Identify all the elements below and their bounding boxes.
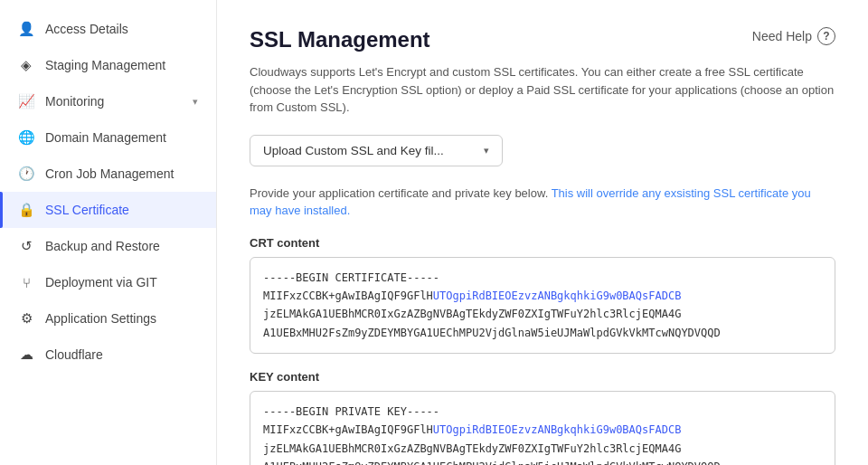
sidebar-item-monitoring[interactable]: 📈Monitoring▾ <box>0 83 216 119</box>
sidebar-item-staging-management[interactable]: ◈Staging Management <box>0 47 216 83</box>
main-content: SSL Management Need Help ? Cloudways sup… <box>217 0 868 465</box>
crt-line2-blue: UTOgpiRdBIEOEzvzANBgkqhkiG9w0BAQsFADCB <box>433 289 682 302</box>
ssl-type-dropdown[interactable]: Upload Custom SSL and Key fil... ▾ <box>250 135 503 166</box>
crt-line-2: MIIFxzCCBK+gAwIBAgIQF9GFlHUTOgpiRdBIEOEz… <box>263 287 822 305</box>
sidebar-item-cloudflare[interactable]: ☁Cloudflare <box>0 337 216 373</box>
sidebar-item-access-details[interactable]: 👤Access Details <box>0 11 216 47</box>
backup-and-restore-icon: ↺ <box>18 238 34 254</box>
application-settings-icon: ⚙ <box>18 310 34 327</box>
key-line-4: A1UEBxMHU2FsZm9yZDEYMBYGA1UEChMPU2VjdGln… <box>263 458 822 465</box>
page-title: SSL Management <box>250 27 430 52</box>
key-line-2: MIIFxzCCBK+gAwIBAgIQF9GFlHUTOgpiRdBIEOEz… <box>263 421 822 439</box>
sidebar-label-cloudflare: Cloudflare <box>45 347 198 362</box>
crt-line-3: jzELMAkGA1UEBhMCR0IxGzAZBgNVBAgTEkdyZWF0… <box>263 305 822 323</box>
key-content-box[interactable]: -----BEGIN PRIVATE KEY----- MIIFxzCCBK+g… <box>250 391 835 465</box>
crt-line2-normal: MIIFxzCCBK+gAwIBAgIQF9GFlH <box>263 289 433 302</box>
instruction-prefix: Provide your application certificate and… <box>250 186 548 200</box>
staging-management-icon: ◈ <box>18 57 34 73</box>
sidebar-item-application-settings[interactable]: ⚙Application Settings <box>0 300 216 337</box>
sidebar-item-ssl-certificate[interactable]: 🔒SSL Certificate <box>0 192 216 228</box>
page-header: SSL Management Need Help ? <box>250 27 835 52</box>
help-icon: ? <box>817 27 835 45</box>
sidebar-label-backup-and-restore: Backup and Restore <box>45 239 198 253</box>
crt-line-4: A1UEBxMHU2FsZm9yZDEYMBYGA1UEChMPU2VjdGln… <box>263 324 822 342</box>
need-help-label: Need Help <box>752 29 812 43</box>
crt-content-box[interactable]: -----BEGIN CERTIFICATE----- MIIFxzCCBK+g… <box>250 257 835 355</box>
key-line2-blue: UTOgpiRdBIEOEzvzANBgkqhkiG9w0BAQsFADCB <box>433 423 682 436</box>
key-section: KEY content -----BEGIN PRIVATE KEY----- … <box>250 370 835 465</box>
crt-line-1: -----BEGIN CERTIFICATE----- <box>263 269 822 287</box>
sidebar: 👤Access Details◈Staging Management📈Monit… <box>0 0 217 465</box>
dropdown-value: Upload Custom SSL and Key fil... <box>263 144 444 157</box>
crt-section: CRT content -----BEGIN CERTIFICATE----- … <box>250 236 835 355</box>
key-label: KEY content <box>250 370 835 384</box>
access-details-icon: 👤 <box>18 21 34 37</box>
sidebar-label-cron-job-management: Cron Job Management <box>45 166 198 181</box>
deployment-via-git-icon: ⑂ <box>18 274 34 290</box>
sidebar-label-staging-management: Staging Management <box>45 58 198 72</box>
sidebar-label-access-details: Access Details <box>45 22 198 36</box>
ssl-type-dropdown-wrapper: Upload Custom SSL and Key fil... ▾ <box>250 135 835 166</box>
key-line2-normal: MIIFxzCCBK+gAwIBAgIQF9GFlH <box>263 423 433 436</box>
sidebar-label-application-settings: Application Settings <box>45 311 198 326</box>
sidebar-item-deployment-via-git[interactable]: ⑂Deployment via GIT <box>0 264 216 300</box>
instruction-text: Provide your application certificate and… <box>250 185 835 220</box>
page-description: Cloudways supports Let's Encrypt and cus… <box>250 63 835 117</box>
sidebar-item-backup-and-restore[interactable]: ↺Backup and Restore <box>0 228 216 264</box>
ssl-certificate-icon: 🔒 <box>18 202 34 218</box>
key-line-3: jzELMAkGA1UEBhMCR0IxGzAZBgNVBAgTEkdyZWF0… <box>263 440 822 458</box>
chevron-down-icon: ▾ <box>484 145 489 157</box>
monitoring-icon: 📈 <box>18 93 34 109</box>
sidebar-label-ssl-certificate: SSL Certificate <box>45 203 198 217</box>
sidebar-label-domain-management: Domain Management <box>45 130 198 145</box>
crt-label: CRT content <box>250 236 835 250</box>
key-line-1: -----BEGIN PRIVATE KEY----- <box>263 403 822 421</box>
domain-management-icon: 🌐 <box>18 129 34 146</box>
need-help-button[interactable]: Need Help ? <box>752 27 835 45</box>
sidebar-item-domain-management[interactable]: 🌐Domain Management <box>0 119 216 156</box>
sidebar-label-monitoring: Monitoring <box>45 94 182 109</box>
sidebar-label-deployment-via-git: Deployment via GIT <box>45 275 198 289</box>
sidebar-item-cron-job-management[interactable]: 🕐Cron Job Management <box>0 156 216 192</box>
cloudflare-icon: ☁ <box>18 346 34 363</box>
cron-job-management-icon: 🕐 <box>18 166 34 182</box>
chevron-down-icon: ▾ <box>193 96 198 108</box>
